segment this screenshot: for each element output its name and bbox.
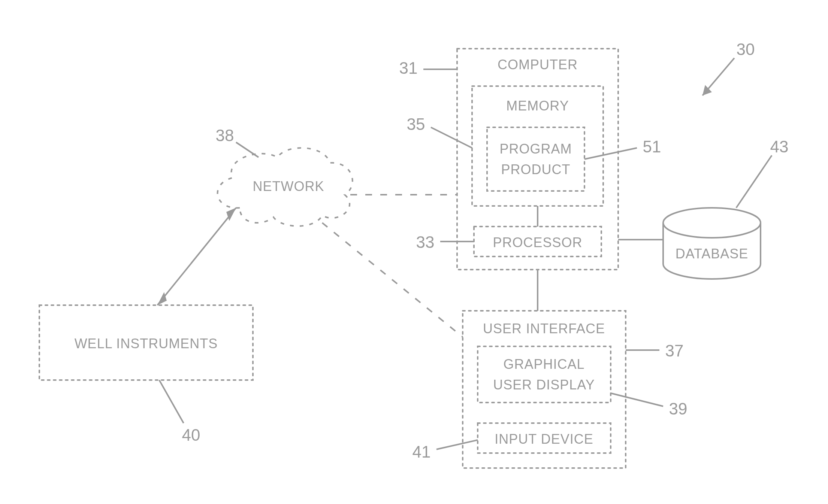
network-well-arrow <box>157 208 236 305</box>
ref-38-leader: 38 <box>216 126 259 157</box>
svg-line-11 <box>236 142 259 157</box>
svg-marker-2 <box>157 292 167 305</box>
svg-line-13 <box>611 393 663 406</box>
ref-37-leader: 37 <box>626 341 683 360</box>
network-cloud: NETWORK <box>218 148 353 226</box>
ref-43: 43 <box>770 137 789 156</box>
program-product-box <box>487 127 584 191</box>
svg-line-14 <box>436 440 478 449</box>
svg-line-15 <box>159 380 184 423</box>
program-label-2: PRODUCT <box>501 162 571 177</box>
svg-line-10 <box>736 155 772 208</box>
ui-label: USER INTERFACE <box>483 321 605 336</box>
input-label: INPUT DEVICE <box>495 431 593 447</box>
gud-label-1: GRAPHICAL <box>503 356 584 372</box>
ref-33: 33 <box>416 233 435 251</box>
ref-37: 37 <box>665 341 684 360</box>
svg-line-8 <box>584 148 637 159</box>
ref-39-leader: 39 <box>611 393 687 418</box>
ref-31-leader: 31 <box>399 59 457 77</box>
network-label: NETWORK <box>253 179 324 194</box>
ref-43-leader: 43 <box>736 137 788 208</box>
diagram-canvas: COMPUTER MEMORY PROGRAM PRODUCT PROCESSO… <box>0 0 828 504</box>
ref-33-leader: 33 <box>416 233 474 251</box>
gud-label-2: USER DISPLAY <box>493 377 595 392</box>
svg-point-0 <box>663 208 761 238</box>
ref-39: 39 <box>669 400 688 418</box>
ref-51: 51 <box>643 137 661 156</box>
ref-41-leader: 41 <box>413 440 478 461</box>
ref-35: 35 <box>407 115 425 133</box>
well-label: WELL INSTRUMENTS <box>75 336 218 351</box>
processor-label: PROCESSOR <box>493 235 582 250</box>
ref-51-leader: 51 <box>584 137 661 159</box>
ref-35-leader: 35 <box>407 115 472 148</box>
gud-box <box>478 346 611 403</box>
memory-label: MEMORY <box>506 98 569 113</box>
program-label-1: PROGRAM <box>499 141 572 157</box>
ref-41: 41 <box>413 443 431 461</box>
ref-30: 30 <box>737 40 755 58</box>
ref-40: 40 <box>182 426 200 444</box>
ref-40-leader: 40 <box>159 380 200 444</box>
network-ui-connector <box>322 223 463 337</box>
database-cylinder: DATABASE <box>663 208 761 279</box>
database-label: DATABASE <box>676 246 749 261</box>
ref-31: 31 <box>399 59 418 77</box>
svg-line-7 <box>431 127 472 148</box>
ref-30-arrow: 30 <box>702 40 755 95</box>
svg-line-1 <box>157 208 236 305</box>
computer-label: COMPUTER <box>498 57 578 72</box>
ref-38: 38 <box>216 126 234 145</box>
